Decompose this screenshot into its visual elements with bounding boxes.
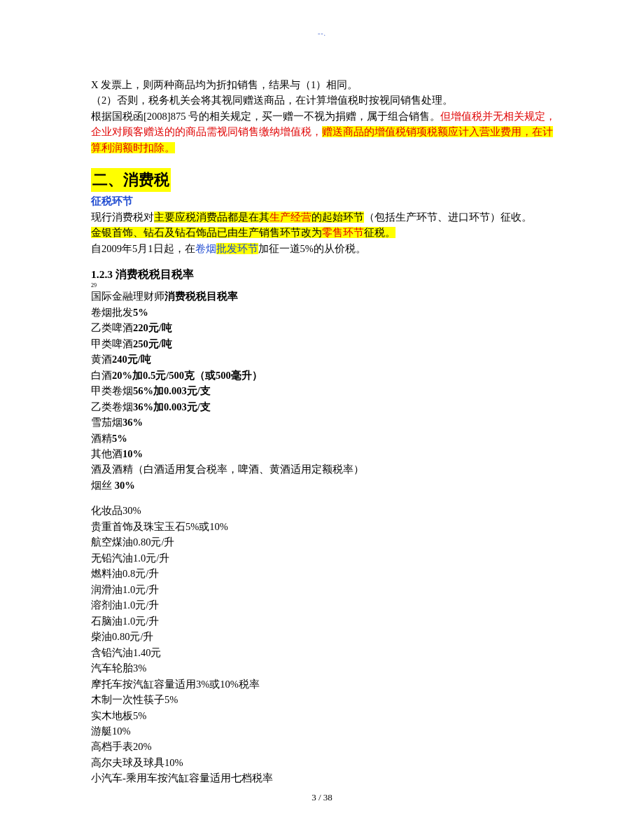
- text-span: 现行消费税对: [91, 211, 154, 223]
- text-span: 甲类卷烟: [91, 385, 133, 396]
- rate-line: 甲类啤酒250元/吨: [91, 336, 557, 352]
- text-highlight: 征税。: [364, 227, 396, 238]
- text-span: 其他酒: [91, 448, 122, 459]
- rate-line: 雪茄烟36%: [91, 415, 557, 430]
- text-highlight-red: 生产经营: [270, 211, 312, 223]
- rate-line: 实木地板5%: [91, 708, 557, 723]
- rate-line: 贵重首饰及珠宝玉石5%或10%: [91, 519, 557, 534]
- rates-bold-list: 卷烟批发5%乙类啤酒220元/吨甲类啤酒250元/吨黄酒240元/吨白酒20%加…: [91, 305, 557, 462]
- rate-line: 溶剂油1.0元/升: [91, 597, 557, 613]
- text-highlight: 金银首饰、钻石及钻石饰品已由生产销售环节改为: [91, 227, 322, 238]
- text-span: 国际金融理财师: [91, 291, 164, 302]
- rate-line: 高尔夫球及球具10%: [91, 755, 557, 770]
- text-bold: 36%: [122, 417, 143, 428]
- rate-line: 酒精5%: [91, 431, 557, 446]
- subsection-title: 征税环节: [91, 193, 557, 209]
- text-bold: 消费税税目税率: [164, 291, 238, 302]
- document-page: --. X 发票上，则两种商品均为折扣销售，结果与（1）相同。 （2）否则，税务…: [0, 0, 644, 834]
- paragraph-line: X 发票上，则两种商品均为折扣销售，结果与（1）相同。: [91, 77, 557, 92]
- rate-line: 化妆品30%: [91, 503, 557, 518]
- rate-line: 含铅汽油1.40元: [91, 645, 557, 660]
- rate-line: 摩托车按汽缸容量适用3%或10%税率: [91, 676, 557, 692]
- text-bold: 56%加0.003元/支: [133, 385, 211, 396]
- text-span: 雪茄烟: [91, 417, 122, 428]
- rate-line: 其他酒10%: [91, 446, 557, 461]
- tiny-mark: 29: [91, 283, 557, 289]
- text-span: 加征一道5%的从价税。: [258, 243, 366, 254]
- rate-line: 乙类卷烟36%加0.003元/支: [91, 399, 557, 415]
- paragraph-line: （2）否则，税务机关会将其视同赠送商品，在计算增值税时按视同销售处理。: [91, 92, 557, 108]
- text-highlight-blue: 批发环节: [216, 243, 258, 254]
- rate-line: 卷烟批发5%: [91, 305, 557, 320]
- rate-line: 游艇10%: [91, 723, 557, 739]
- rate-line: 乙类啤酒220元/吨: [91, 320, 557, 335]
- text-bold: 10%: [122, 448, 143, 459]
- text-bold: 20%加0.5元/500克（或500毫升）: [112, 370, 262, 381]
- rate-line: 航空煤油0.80元/升: [91, 534, 557, 550]
- text-bold: 30%: [115, 480, 135, 491]
- text-span: 自2009年5月1日起，在: [91, 243, 195, 254]
- text-span: 烟丝: [91, 480, 115, 491]
- rate-line: 石脑油1.0元/升: [91, 613, 557, 629]
- rate-line: 木制一次性筷子5%: [91, 692, 557, 707]
- text-span: 白酒: [91, 370, 112, 381]
- rate-line: 酒及酒精（白酒适用复合税率，啤酒、黄酒适用定额税率）: [91, 461, 557, 477]
- text-bold: 220元/吨: [133, 322, 172, 333]
- rate-line: 白酒20%加0.5元/500克（或500毫升）: [91, 368, 557, 383]
- rate-intro: 国际金融理财师消费税税目税率: [91, 289, 557, 304]
- rate-line: 柴油0.80元/升: [91, 629, 557, 644]
- heading-123: 1.2.3 消费税税目税率: [91, 266, 557, 283]
- text-blue: 卷烟: [195, 243, 216, 254]
- text-span: 黄酒: [91, 354, 112, 365]
- rates-plain-list: 化妆品30%贵重首饰及珠宝玉石5%或10%航空煤油0.80元/升无铅汽油1.0元…: [91, 503, 557, 786]
- rate-line: 燃料油0.8元/升: [91, 566, 557, 581]
- page-footer: 3 / 38: [0, 791, 644, 805]
- text-bold: 250元/吨: [133, 338, 172, 349]
- tax-line: 自2009年5月1日起，在卷烟批发环节加征一道5%的从价税。: [91, 241, 557, 256]
- rate-line: 甲类卷烟56%加0.003元/支: [91, 383, 557, 398]
- text-span: 酒精: [91, 433, 112, 444]
- text-bold: 5%: [133, 307, 148, 318]
- rate-line: 润滑油1.0元/升: [91, 582, 557, 597]
- tax-line: 现行消费税对主要应税消费品都是在其生产经营的起始环节（包括生产环节、进口环节）征…: [91, 209, 557, 225]
- text-highlight: 主要应税消费品都是在其: [154, 211, 270, 223]
- text-span: 卷烟批发: [91, 307, 133, 318]
- text-span: 根据国税函[2008]875 号的相关规定，买一赠一不视为捐赠，属于组合销售。: [91, 111, 440, 122]
- text-highlight: 的起始环节: [312, 211, 364, 223]
- tax-line: 金银首饰、钻石及钻石饰品已由生产销售环节改为零售环节征税。: [91, 225, 557, 240]
- text-span: 乙类啤酒: [91, 322, 133, 333]
- text-bold: 5%: [112, 433, 127, 444]
- text-bold: 240元/吨: [112, 354, 151, 365]
- paragraph-line: 根据国税函[2008]875 号的相关规定，买一赠一不视为捐赠，属于组合销售。但…: [91, 109, 557, 155]
- rate-line: 汽车轮胎3%: [91, 660, 557, 676]
- header-mark: --.: [0, 28, 644, 39]
- rate-line: 黄酒240元/吨: [91, 352, 557, 367]
- text-highlight-red: 零售环节: [322, 227, 364, 238]
- rate-line: 烟丝 30%: [91, 478, 557, 493]
- section-title: 二、消费税: [91, 168, 171, 192]
- rate-line: 小汽车-乘用车按汽缸容量适用七档税率: [91, 770, 557, 786]
- text-span: （包括生产环节、进口环节）征收。: [364, 211, 532, 223]
- text-bold: 36%加0.003元/支: [133, 401, 211, 412]
- text-span: 乙类卷烟: [91, 401, 133, 412]
- text-span: 甲类啤酒: [91, 338, 133, 349]
- rate-line: 无铅汽油1.0元/升: [91, 550, 557, 566]
- rate-line: 高档手表20%: [91, 739, 557, 754]
